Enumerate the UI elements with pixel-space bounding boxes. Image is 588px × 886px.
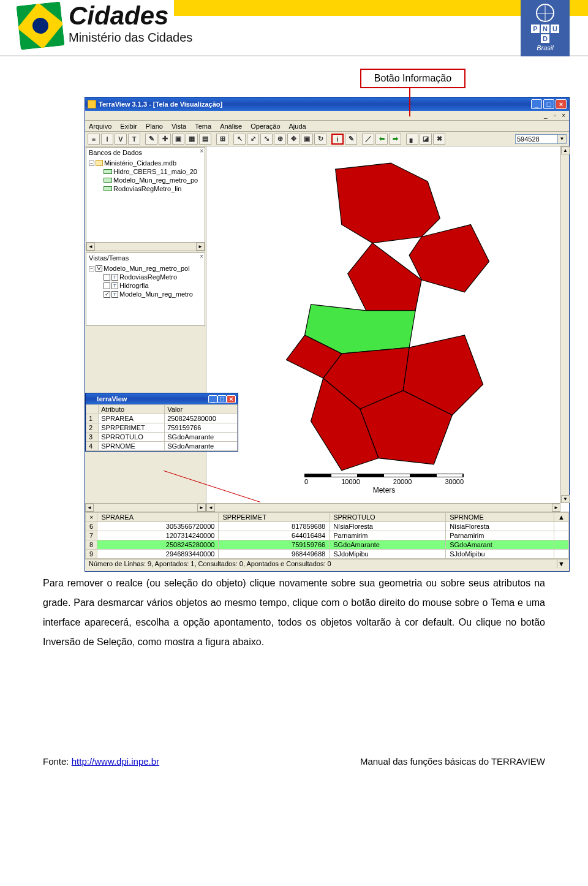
display-icon[interactable]: ▣ xyxy=(172,134,184,145)
theme-item[interactable]: RodoviasRegMetro xyxy=(119,273,177,281)
view-icon[interactable]: V xyxy=(115,134,127,145)
theme-icon[interactable]: T xyxy=(128,134,140,145)
grid-icon[interactable]: ▦ xyxy=(186,134,198,145)
scroll-down-icon[interactable]: ▼ xyxy=(561,495,570,503)
footer-source-link[interactable]: http://www.dpi.inpe.br xyxy=(72,756,159,767)
zoom-out-icon[interactable]: ⤡ xyxy=(260,134,273,145)
row-num: 7 xyxy=(86,531,97,540)
table-row-selected[interactable]: 82508245280000759159766SGdoAmaranteSGdoA… xyxy=(86,540,569,550)
invert-icon[interactable]: ◪ xyxy=(420,134,432,145)
table-row[interactable]: 1SPRAREA2508245280000 xyxy=(86,414,238,423)
table-row[interactable]: 71207314240000644016484ParnamirimParnami… xyxy=(86,531,569,540)
mdi-close-button[interactable]: × xyxy=(562,112,565,119)
tile-icon[interactable]: ⊞ xyxy=(216,134,228,145)
vt-root[interactable]: Modelo_Mun_reg_metro_pol xyxy=(104,265,190,272)
scroll-right-icon[interactable]: ► xyxy=(196,243,205,251)
scroll-left-icon[interactable]: ◄ xyxy=(85,504,94,512)
maximize-button[interactable]: □ xyxy=(543,99,554,109)
panel-close-icon[interactable]: × xyxy=(200,253,203,260)
clear-icon[interactable]: ✖ xyxy=(433,134,445,145)
expand-icon[interactable]: − xyxy=(89,266,94,271)
tool2-icon[interactable]: ✚ xyxy=(159,134,171,145)
scroll-up-icon[interactable]: ▲ xyxy=(554,513,569,522)
menu-arquivo[interactable]: Arquivo xyxy=(89,123,111,130)
checkbox[interactable]: ✓ xyxy=(104,291,110,298)
scroll-up-icon[interactable]: ▲ xyxy=(561,146,570,154)
scroll-right-icon[interactable]: ► xyxy=(552,504,560,512)
cell: SGdoAmarante xyxy=(165,442,238,451)
menu-plano[interactable]: Plano xyxy=(146,123,163,130)
measure-icon[interactable]: ✎ xyxy=(345,134,357,145)
expand-icon[interactable]: − xyxy=(89,161,94,166)
pnud-letter: U xyxy=(551,25,559,33)
row-num: 8 xyxy=(86,540,97,550)
import-icon[interactable]: I xyxy=(101,134,113,145)
brazil-flag-icon xyxy=(16,1,64,50)
scale-input[interactable] xyxy=(515,134,558,144)
maximize-button[interactable]: □ xyxy=(217,395,227,403)
scale-combo[interactable]: ▼ xyxy=(515,134,567,144)
menu-tema[interactable]: Tema xyxy=(195,123,211,130)
checkbox[interactable] xyxy=(104,274,110,281)
table-row[interactable]: 63053566720000817859688NísiaFlorestaNísi… xyxy=(86,522,569,531)
attribute-popup[interactable]: terraView _ □ × Atributo Valor 1SPRAREA2… xyxy=(85,393,238,452)
col-header[interactable]: Atributo xyxy=(99,405,165,414)
menu-operacao[interactable]: Operação xyxy=(251,123,280,130)
col-header[interactable]: SPRPERIMET xyxy=(219,513,330,522)
scroll-left-icon[interactable]: ◄ xyxy=(206,504,215,512)
menu-analise[interactable]: Análise xyxy=(220,123,242,130)
zoom-area-icon[interactable]: ⊕ xyxy=(274,134,286,145)
menu-ajuda[interactable]: Ajuda xyxy=(289,123,306,130)
layer-item[interactable]: RodoviasRegMetro_lin xyxy=(113,185,181,192)
next-icon[interactable]: ➡ xyxy=(389,134,401,145)
menu-vista[interactable]: Vista xyxy=(172,123,186,130)
edit-icon[interactable]: ／ xyxy=(362,134,374,145)
checkbox[interactable] xyxy=(104,282,110,289)
table-row[interactable]: 2SPRPERIMET759159766 xyxy=(86,423,238,433)
tool-icon[interactable]: ✎ xyxy=(145,134,157,145)
scroll-left-icon[interactable]: ◄ xyxy=(86,243,95,251)
map-canvas[interactable]: 0 10000 20000 30000 Meters ▲ ▼ ◄ ► xyxy=(206,146,569,512)
layer-item[interactable]: Modelo_Mun_reg_metro_po xyxy=(113,176,198,184)
theme-item[interactable]: Hidrogrfia xyxy=(119,282,149,289)
minimize-button[interactable]: _ xyxy=(208,395,217,403)
mdi-restore-button[interactable]: _ xyxy=(544,112,548,119)
refresh-icon[interactable]: ↻ xyxy=(314,134,326,145)
close-button[interactable]: × xyxy=(227,395,236,403)
scroll-down-icon[interactable]: ▼ xyxy=(557,560,565,568)
info-button[interactable]: i xyxy=(331,134,344,145)
db-tree[interactable]: −Ministério_Cidades.mdb Hidro_CBERS_11_m… xyxy=(86,157,205,193)
panel-close-icon[interactable]: × xyxy=(200,148,203,154)
vt-tree[interactable]: −VModelo_Mun_reg_metro_pol TRodoviasRegM… xyxy=(86,263,205,298)
db-icon[interactable]: ≡ xyxy=(88,134,100,145)
table-row[interactable]: 92946893440000968449688SJdoMipibuSJdoMip… xyxy=(86,550,569,559)
vscrollbar[interactable]: ▲ ▼ xyxy=(560,146,569,503)
fit-icon[interactable]: ▣ xyxy=(301,134,313,145)
db-root[interactable]: Ministério_Cidades.mdb xyxy=(104,159,176,167)
col-header[interactable]: SPRNOME xyxy=(446,513,554,522)
zoom-in-icon[interactable]: ⤢ xyxy=(247,134,259,145)
menu-exibir[interactable]: Exibir xyxy=(120,123,137,130)
select-icon[interactable]: ▖ xyxy=(406,134,418,145)
layer-item[interactable]: Hidro_CBERS_11_maio_20 xyxy=(113,168,197,175)
table-row[interactable]: 3SPRROTULOSGdoAmarante xyxy=(86,433,238,442)
scroll-right-icon[interactable]: ► xyxy=(197,504,206,512)
prev-icon[interactable]: ⬅ xyxy=(375,134,388,145)
minimize-button[interactable]: _ xyxy=(531,99,542,109)
cell: 2508245280000 xyxy=(165,414,238,423)
pointer-icon[interactable]: ↖ xyxy=(233,134,246,145)
window-titlebar[interactable]: TerraView 3.1.3 - [Tela de Visualização]… xyxy=(85,97,569,111)
close-button[interactable]: × xyxy=(556,99,567,109)
theme-item[interactable]: Modelo_Mun_reg_metro xyxy=(119,290,193,298)
col-header[interactable]: Valor xyxy=(165,405,238,414)
mdi-maximize-button[interactable]: ▫ xyxy=(554,112,556,119)
pan-icon[interactable]: ✥ xyxy=(287,134,300,145)
both-icon[interactable]: ▤ xyxy=(199,134,211,145)
data-table[interactable]: × SPRAREA SPRPERIMET SPRROTULO SPRNOME ▲… xyxy=(85,512,569,559)
grid-close-icon[interactable]: × xyxy=(86,513,97,522)
view-box-icon[interactable]: V xyxy=(96,265,102,272)
col-header[interactable]: SPRAREA xyxy=(97,513,219,522)
table-row[interactable]: 4SPRNOMESGdoAmarante xyxy=(86,442,238,451)
dropdown-icon[interactable]: ▼ xyxy=(558,134,567,144)
col-header[interactable]: SPRROTULO xyxy=(330,513,446,522)
